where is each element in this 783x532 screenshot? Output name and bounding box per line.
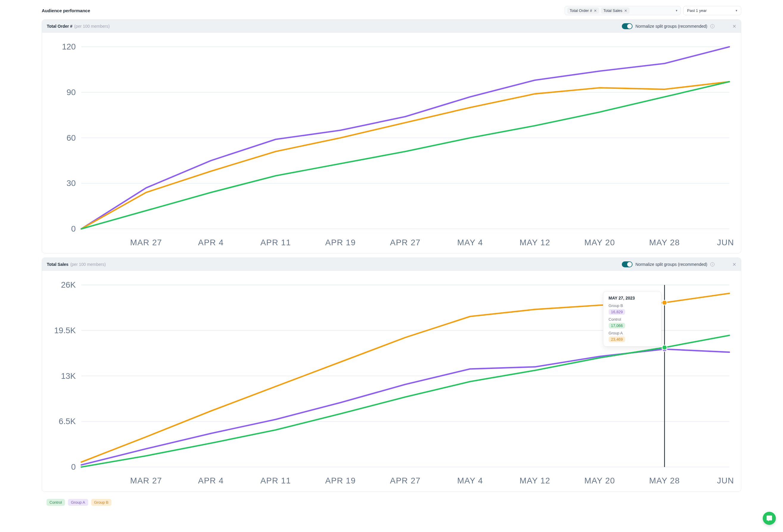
svg-text:MAY 4: MAY 4 — [457, 476, 483, 486]
chevron-down-icon[interactable]: ▾ — [676, 9, 678, 12]
svg-text:APR 19: APR 19 — [325, 476, 356, 486]
range-label: Past 1 year — [687, 8, 707, 13]
tooltip-series-name: Control — [609, 317, 656, 321]
tooltip-value: 23,469 — [609, 337, 625, 342]
metric-multiselect[interactable]: Total Order # ✕ Total Sales ✕ ▾ — [565, 6, 681, 15]
svg-text:MAY 28: MAY 28 — [649, 476, 680, 486]
svg-text:APR 27: APR 27 — [390, 238, 421, 247]
tooltip-value: 17,066 — [609, 323, 625, 328]
tooltip-date: MAY 27, 2023 — [609, 296, 656, 301]
normalize-toggle[interactable] — [622, 261, 632, 267]
tooltip-series-name: Group A — [609, 331, 656, 335]
chart-card-sales: Total Sales (per 100 members) Normalize … — [42, 257, 741, 492]
tooltip-series-name: Group B — [609, 304, 656, 308]
svg-text:MAY 20: MAY 20 — [584, 238, 615, 247]
svg-text:APR 4: APR 4 — [198, 476, 224, 486]
chip-label: Total Order # — [570, 8, 592, 13]
svg-point-41 — [662, 301, 667, 305]
svg-text:120: 120 — [62, 42, 76, 51]
close-icon[interactable]: ✕ — [624, 9, 627, 13]
legend: Control Group A Group B — [42, 496, 741, 508]
svg-text:MAY 12: MAY 12 — [520, 476, 550, 486]
metric-chip[interactable]: Total Sales ✕ — [601, 7, 630, 14]
svg-text:MAY 4: MAY 4 — [457, 238, 483, 247]
toggle-label: Normalize split groups (recommended) — [635, 262, 707, 267]
legend-item-group-a[interactable]: Group A — [68, 499, 88, 506]
svg-text:MAY 20: MAY 20 — [584, 476, 615, 486]
svg-point-43 — [662, 345, 667, 350]
svg-text:90: 90 — [66, 88, 76, 97]
svg-text:13K: 13K — [61, 371, 76, 381]
chip-label: Total Sales — [603, 8, 622, 13]
tooltip-value: 16,829 — [609, 309, 625, 315]
close-icon[interactable]: ✕ — [732, 24, 736, 29]
normalize-toggle[interactable] — [622, 23, 632, 29]
card-header: Total Sales (per 100 members) Normalize … — [42, 258, 741, 271]
chart-card-orders: Total Order # (per 100 members) Normaliz… — [42, 19, 741, 253]
chat-icon — [766, 515, 773, 522]
card-subtitle: (per 100 members) — [74, 24, 109, 29]
chart-tooltip: MAY 27, 2023 Group B 16,829 Control 17,0… — [603, 291, 661, 347]
toggle-label: Normalize split groups (recommended) — [635, 24, 707, 29]
svg-text:19.5K: 19.5K — [54, 326, 76, 335]
metric-chip[interactable]: Total Order # ✕ — [567, 7, 599, 14]
svg-text:60: 60 — [66, 133, 76, 143]
svg-text:APR 19: APR 19 — [325, 238, 356, 247]
orders-line-chart: 0306090120MAR 27APR 4APR 11APR 19APR 27M… — [47, 36, 736, 249]
info-icon[interactable]: i — [710, 24, 715, 28]
svg-text:MAY 12: MAY 12 — [520, 238, 550, 247]
svg-text:30: 30 — [66, 179, 76, 188]
svg-text:JUN 5: JUN 5 — [717, 476, 736, 486]
svg-text:APR 11: APR 11 — [260, 238, 291, 247]
svg-text:0: 0 — [71, 462, 76, 471]
legend-item-group-b[interactable]: Group B — [91, 499, 112, 506]
svg-text:6.5K: 6.5K — [59, 417, 76, 426]
svg-text:0: 0 — [71, 224, 76, 233]
svg-text:26K: 26K — [61, 280, 76, 290]
close-icon[interactable]: ✕ — [732, 262, 736, 267]
info-icon[interactable]: i — [710, 262, 715, 267]
svg-text:JUN 5: JUN 5 — [717, 238, 736, 247]
card-subtitle: (per 100 members) — [70, 262, 106, 267]
svg-text:APR 27: APR 27 — [390, 476, 421, 486]
svg-text:MAR 27: MAR 27 — [130, 476, 162, 486]
card-header: Total Order # (per 100 members) Normaliz… — [42, 20, 741, 33]
chat-widget[interactable] — [763, 512, 776, 525]
card-title: Total Sales — [47, 262, 68, 267]
chevron-down-icon[interactable]: ▾ — [735, 9, 738, 12]
page-title: Audience performance — [42, 8, 90, 13]
close-icon[interactable]: ✕ — [594, 9, 597, 13]
svg-text:MAR 27: MAR 27 — [130, 238, 162, 247]
svg-text:APR 11: APR 11 — [260, 476, 291, 486]
svg-text:APR 4: APR 4 — [198, 238, 224, 247]
legend-item-control[interactable]: Control — [46, 499, 65, 506]
card-title: Total Order # — [47, 24, 72, 29]
date-range-select[interactable]: Past 1 year ▾ — [683, 6, 741, 15]
svg-text:MAY 28: MAY 28 — [649, 238, 680, 247]
